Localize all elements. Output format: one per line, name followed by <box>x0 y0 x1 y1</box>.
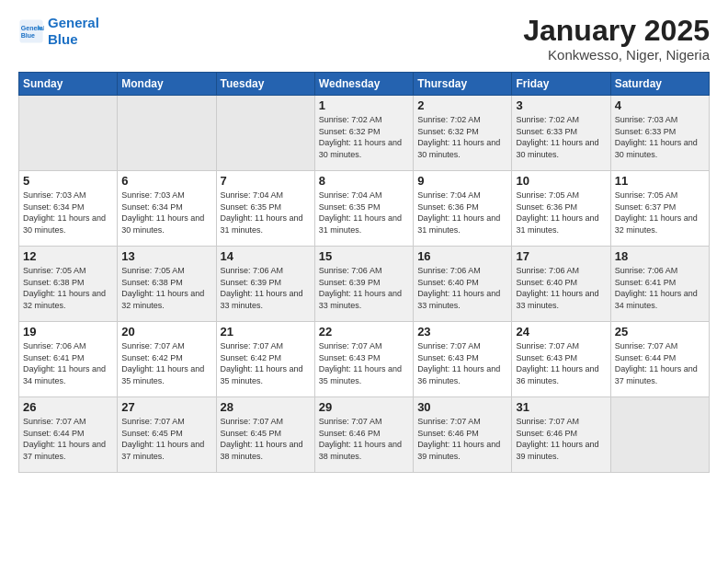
calendar-week-row: 1Sunrise: 7:02 AMSunset: 6:32 PMDaylight… <box>19 96 710 171</box>
calendar-cell: 23Sunrise: 7:07 AMSunset: 6:43 PMDayligh… <box>414 322 512 397</box>
calendar-cell: 4Sunrise: 7:03 AMSunset: 6:33 PMDaylight… <box>610 96 709 171</box>
calendar-cell: 15Sunrise: 7:06 AMSunset: 6:39 PMDayligh… <box>314 247 413 322</box>
calendar-cell: 1Sunrise: 7:02 AMSunset: 6:32 PMDaylight… <box>314 96 413 171</box>
day-number: 6 <box>121 174 211 188</box>
day-info: Sunrise: 7:06 AMSunset: 6:40 PMDaylight:… <box>516 265 606 311</box>
calendar-cell: 27Sunrise: 7:07 AMSunset: 6:45 PMDayligh… <box>118 397 216 473</box>
header: General Blue GeneralBlue January 2025 Ko… <box>18 15 710 63</box>
calendar-cell: 29Sunrise: 7:07 AMSunset: 6:46 PMDayligh… <box>314 397 413 473</box>
location: Konkwesso, Niger, Nigeria <box>523 47 710 63</box>
logo-text: GeneralBlue <box>48 15 99 48</box>
calendar-cell: 2Sunrise: 7:02 AMSunset: 6:32 PMDaylight… <box>414 96 512 171</box>
day-number: 2 <box>417 98 507 112</box>
calendar-cell: 12Sunrise: 7:05 AMSunset: 6:38 PMDayligh… <box>19 247 118 322</box>
calendar-cell <box>118 96 216 171</box>
day-number: 10 <box>516 174 606 188</box>
day-info: Sunrise: 7:05 AMSunset: 6:37 PMDaylight:… <box>615 190 705 236</box>
day-info: Sunrise: 7:05 AMSunset: 6:38 PMDaylight:… <box>23 265 113 311</box>
calendar-cell: 8Sunrise: 7:04 AMSunset: 6:35 PMDaylight… <box>314 171 413 247</box>
svg-text:Blue: Blue <box>21 32 35 39</box>
calendar: SundayMondayTuesdayWednesdayThursdayFrid… <box>18 72 710 473</box>
day-info: Sunrise: 7:07 AMSunset: 6:43 PMDaylight:… <box>319 340 409 386</box>
calendar-cell: 14Sunrise: 7:06 AMSunset: 6:39 PMDayligh… <box>216 247 314 322</box>
day-number: 28 <box>221 400 311 414</box>
day-info: Sunrise: 7:07 AMSunset: 6:46 PMDaylight:… <box>417 416 507 462</box>
calendar-cell: 24Sunrise: 7:07 AMSunset: 6:43 PMDayligh… <box>512 322 610 397</box>
calendar-cell <box>610 397 709 473</box>
day-number: 26 <box>23 400 113 414</box>
day-info: Sunrise: 7:05 AMSunset: 6:38 PMDaylight:… <box>121 265 211 311</box>
day-info: Sunrise: 7:07 AMSunset: 6:44 PMDaylight:… <box>615 340 705 386</box>
weekday-header: Monday <box>118 73 216 96</box>
day-number: 30 <box>417 400 507 414</box>
day-info: Sunrise: 7:04 AMSunset: 6:35 PMDaylight:… <box>221 190 311 236</box>
day-info: Sunrise: 7:06 AMSunset: 6:41 PMDaylight:… <box>615 265 705 311</box>
calendar-week-row: 26Sunrise: 7:07 AMSunset: 6:44 PMDayligh… <box>19 397 710 473</box>
day-number: 4 <box>615 98 705 112</box>
calendar-cell: 20Sunrise: 7:07 AMSunset: 6:42 PMDayligh… <box>118 322 216 397</box>
day-info: Sunrise: 7:06 AMSunset: 6:40 PMDaylight:… <box>417 265 507 311</box>
day-number: 27 <box>121 400 211 414</box>
day-info: Sunrise: 7:03 AMSunset: 6:33 PMDaylight:… <box>615 114 705 160</box>
calendar-cell: 10Sunrise: 7:05 AMSunset: 6:36 PMDayligh… <box>512 171 610 247</box>
day-info: Sunrise: 7:02 AMSunset: 6:33 PMDaylight:… <box>516 114 606 160</box>
calendar-cell: 18Sunrise: 7:06 AMSunset: 6:41 PMDayligh… <box>610 247 709 322</box>
day-info: Sunrise: 7:02 AMSunset: 6:32 PMDaylight:… <box>319 114 409 160</box>
day-number: 16 <box>417 249 507 263</box>
calendar-header-row: SundayMondayTuesdayWednesdayThursdayFrid… <box>19 73 710 96</box>
day-info: Sunrise: 7:06 AMSunset: 6:39 PMDaylight:… <box>319 265 409 311</box>
day-number: 3 <box>516 98 606 112</box>
month-title: January 2025 <box>523 15 710 47</box>
calendar-cell: 6Sunrise: 7:03 AMSunset: 6:34 PMDaylight… <box>118 171 216 247</box>
calendar-cell: 9Sunrise: 7:04 AMSunset: 6:36 PMDaylight… <box>414 171 512 247</box>
day-number: 9 <box>417 174 507 188</box>
day-number: 31 <box>516 400 606 414</box>
svg-rect-0 <box>19 19 42 42</box>
day-number: 5 <box>23 174 113 188</box>
calendar-cell: 11Sunrise: 7:05 AMSunset: 6:37 PMDayligh… <box>610 171 709 247</box>
day-info: Sunrise: 7:04 AMSunset: 6:36 PMDaylight:… <box>417 190 507 236</box>
day-info: Sunrise: 7:06 AMSunset: 6:39 PMDaylight:… <box>221 265 311 311</box>
day-info: Sunrise: 7:07 AMSunset: 6:45 PMDaylight:… <box>221 416 311 462</box>
calendar-cell: 7Sunrise: 7:04 AMSunset: 6:35 PMDaylight… <box>216 171 314 247</box>
calendar-cell <box>19 96 118 171</box>
day-info: Sunrise: 7:03 AMSunset: 6:34 PMDaylight:… <box>121 190 211 236</box>
day-number: 14 <box>221 249 311 263</box>
day-info: Sunrise: 7:05 AMSunset: 6:36 PMDaylight:… <box>516 190 606 236</box>
day-number: 23 <box>417 325 507 339</box>
weekday-header: Tuesday <box>216 73 314 96</box>
day-number: 21 <box>221 325 311 339</box>
weekday-header: Thursday <box>414 73 512 96</box>
day-info: Sunrise: 7:04 AMSunset: 6:35 PMDaylight:… <box>319 190 409 236</box>
day-info: Sunrise: 7:07 AMSunset: 6:42 PMDaylight:… <box>221 340 311 386</box>
weekday-header: Sunday <box>19 73 118 96</box>
calendar-cell: 17Sunrise: 7:06 AMSunset: 6:40 PMDayligh… <box>512 247 610 322</box>
day-info: Sunrise: 7:07 AMSunset: 6:43 PMDaylight:… <box>417 340 507 386</box>
weekday-header: Friday <box>512 73 610 96</box>
day-number: 19 <box>23 325 113 339</box>
day-info: Sunrise: 7:07 AMSunset: 6:43 PMDaylight:… <box>516 340 606 386</box>
calendar-cell: 16Sunrise: 7:06 AMSunset: 6:40 PMDayligh… <box>414 247 512 322</box>
calendar-cell: 22Sunrise: 7:07 AMSunset: 6:43 PMDayligh… <box>314 322 413 397</box>
day-info: Sunrise: 7:02 AMSunset: 6:32 PMDaylight:… <box>417 114 507 160</box>
calendar-cell <box>216 96 314 171</box>
calendar-week-row: 12Sunrise: 7:05 AMSunset: 6:38 PMDayligh… <box>19 247 710 322</box>
calendar-cell: 26Sunrise: 7:07 AMSunset: 6:44 PMDayligh… <box>19 397 118 473</box>
day-number: 20 <box>121 325 211 339</box>
title-block: January 2025 Konkwesso, Niger, Nigeria <box>523 15 710 63</box>
page: General Blue GeneralBlue January 2025 Ko… <box>0 0 728 563</box>
day-number: 22 <box>319 325 409 339</box>
calendar-cell: 25Sunrise: 7:07 AMSunset: 6:44 PMDayligh… <box>610 322 709 397</box>
day-number: 17 <box>516 249 606 263</box>
day-info: Sunrise: 7:07 AMSunset: 6:46 PMDaylight:… <box>516 416 606 462</box>
day-info: Sunrise: 7:07 AMSunset: 6:44 PMDaylight:… <box>23 416 113 462</box>
calendar-cell: 5Sunrise: 7:03 AMSunset: 6:34 PMDaylight… <box>19 171 118 247</box>
calendar-cell: 21Sunrise: 7:07 AMSunset: 6:42 PMDayligh… <box>216 322 314 397</box>
calendar-cell: 28Sunrise: 7:07 AMSunset: 6:45 PMDayligh… <box>216 397 314 473</box>
day-number: 25 <box>615 325 705 339</box>
day-number: 18 <box>615 249 705 263</box>
calendar-week-row: 5Sunrise: 7:03 AMSunset: 6:34 PMDaylight… <box>19 171 710 247</box>
day-info: Sunrise: 7:07 AMSunset: 6:46 PMDaylight:… <box>319 416 409 462</box>
weekday-header: Wednesday <box>314 73 413 96</box>
day-info: Sunrise: 7:07 AMSunset: 6:45 PMDaylight:… <box>121 416 211 462</box>
